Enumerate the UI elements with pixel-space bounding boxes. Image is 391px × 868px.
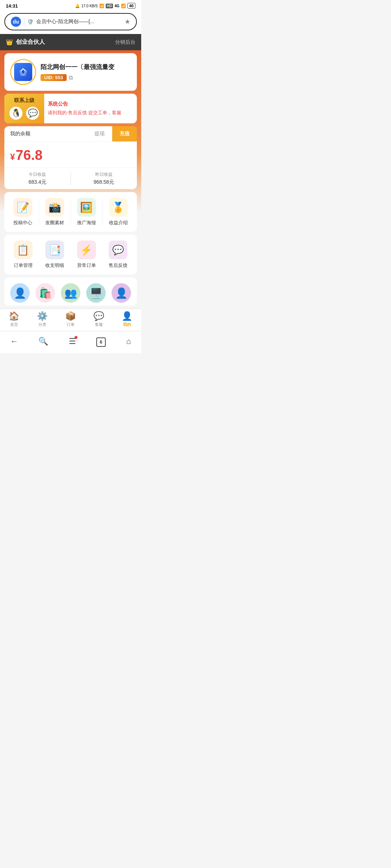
aftersale-icon: 💬: [112, 244, 124, 256]
tabs-button[interactable]: 6: [92, 335, 110, 348]
uid-tag: UID: 553: [41, 74, 67, 81]
partner-label: 创业合伙人: [16, 38, 45, 46]
qq-button[interactable]: 🐧: [9, 107, 22, 120]
uid-badge: UID: 553 ⧉: [41, 74, 73, 81]
browser-nav: ← 🔍 ☰ 6 ⌂: [0, 331, 141, 353]
recharge-button[interactable]: 充值: [112, 126, 137, 141]
aftersale-label: 售后反馈: [109, 262, 127, 269]
earnings-icon: 🏅: [112, 201, 125, 213]
header-title: 👑 创业合伙人: [6, 38, 45, 46]
abnormal-label: 异常订单: [77, 262, 96, 269]
balance-stats: 今日收益 683.4元 昨日收益 968.58元: [4, 167, 137, 189]
today-earnings: 今日收益 683.4元: [4, 171, 71, 186]
profile-card: 陌北网创一一〔最强流量变 UID: 553 ⧉: [4, 53, 137, 91]
profile-info: 陌北网创一一〔最强流量变 UID: 553 ⧉: [41, 63, 131, 81]
back-button[interactable]: ←: [6, 335, 22, 348]
bi-icon-3: 🖥️: [90, 287, 102, 299]
balance-header: 我的余额 提现 充值: [4, 126, 137, 142]
tool-item-earnings-intro[interactable]: 🏅 收益介绍: [102, 198, 134, 226]
yesterday-earnings: 昨日收益 968.58元: [71, 171, 137, 186]
balance-amount: ¥76.8: [4, 142, 137, 167]
nav-item-service[interactable]: 💬 客服: [85, 311, 113, 327]
contact-col: 联系上级 🐧 💬: [4, 94, 44, 123]
moments-icon: 📸: [49, 201, 61, 213]
nav-item-order[interactable]: 📦 订单: [56, 311, 85, 327]
yesterday-label: 昨日收益: [71, 171, 137, 178]
bottom-icon-4[interactable]: 👤: [112, 283, 131, 303]
finance-label: 收支明细: [45, 262, 64, 269]
contact-icons: 🐧 💬: [9, 107, 39, 120]
shield-icon: 🛡️: [27, 19, 33, 25]
favorite-icon[interactable]: ★: [125, 18, 130, 26]
battery: 40: [127, 3, 135, 9]
address-text[interactable]: 会员中心-陌北网创——[...: [36, 18, 122, 25]
orders-label: 订单管理: [14, 262, 33, 269]
balance-title: 我的余额: [4, 126, 87, 141]
bottom-icon-0[interactable]: 👤: [10, 283, 30, 303]
bottom-icon-2[interactable]: 👥: [61, 283, 80, 303]
tool-item-moments[interactable]: 📸 发圈素材: [39, 198, 71, 226]
service-nav-icon: 💬: [93, 311, 104, 321]
wechat-button[interactable]: 💬: [26, 107, 39, 120]
bottom-icon-1[interactable]: 🛍️: [35, 283, 55, 303]
divider: [24, 18, 24, 25]
tool-item-submit[interactable]: 📝 投稿中心: [7, 198, 39, 226]
notice-row: 联系上级 🐧 💬 系统公告 请到我的-售后反馈 提交工单，客服: [4, 94, 137, 123]
bi-circle-1: 🛍️: [35, 283, 55, 303]
menu-item-finance[interactable]: 📑 收支明细: [39, 241, 71, 269]
finance-icon-wrap: 📑: [45, 241, 64, 259]
header-card: 👑 创业合伙人 分销后台: [0, 34, 141, 50]
nav-item-mine[interactable]: 👤 我的: [113, 311, 141, 327]
bottom-icon-3[interactable]: 🖥️: [86, 283, 106, 303]
home-button[interactable]: ⌂: [122, 335, 135, 348]
profile-name: 陌北网创一一〔最强流量变: [41, 63, 131, 71]
bottom-icons-card: 👤 🛍️ 👥 🖥️ 👤: [4, 277, 137, 306]
withdraw-button[interactable]: 提现: [87, 126, 112, 141]
today-label: 今日收益: [4, 171, 71, 178]
poster-icon-wrap: 🖼️: [77, 198, 96, 217]
abnormal-icon-wrap: ⚡: [77, 241, 96, 259]
browser-address[interactable]: du 🛡️ 会员中心-陌北网创——[... ★: [4, 13, 137, 30]
bi-icon-1: 🛍️: [39, 287, 52, 299]
status-icons: 🔔 17.0 KB/S 📶 HD 4G 📶 40: [75, 3, 135, 9]
home-nav-label: 首页: [10, 322, 18, 327]
abnormal-icon: ⚡: [80, 244, 93, 256]
yesterday-value: 968.58元: [71, 179, 137, 186]
notice-title: 系统公告: [48, 101, 133, 107]
menu-item-aftersale[interactable]: 💬 售后反馈: [102, 241, 134, 269]
menu-item-orders[interactable]: 📋 订单管理: [7, 241, 39, 269]
notice-text: 请到我的-售后反馈 提交工单，客服: [48, 110, 133, 116]
balance-value: ¥76.8: [10, 148, 42, 163]
poster-icon: 🖼️: [80, 201, 93, 213]
nav-item-category[interactable]: ⚙️ 分类: [28, 311, 56, 327]
earnings-icon-wrap: 🏅: [109, 198, 128, 217]
poster-label: 推广海报: [77, 220, 96, 226]
hd-badge: HD: [106, 4, 113, 8]
copy-icon[interactable]: ⧉: [69, 75, 73, 81]
bottom-nav: 🏠 首页 ⚙️ 分类 📦 订单 💬 客服 👤 我的: [0, 309, 141, 331]
nav-item-home[interactable]: 🏠 首页: [0, 311, 28, 327]
submit-icon-wrap: 📝: [13, 198, 32, 217]
tool-grid: 📝 投稿中心 📸 发圈素材 🖼️ 推广海报 🏅 收益介绍: [4, 192, 137, 232]
network-speed: 17.0 KB/S: [81, 4, 98, 8]
search-button[interactable]: 🔍: [34, 335, 52, 348]
earnings-label: 收益介绍: [109, 220, 128, 226]
wifi-icon: 📶: [99, 4, 104, 8]
menu-button[interactable]: ☰: [64, 335, 80, 348]
crown-icon: 👑: [6, 39, 13, 46]
backend-link[interactable]: 分销后台: [115, 39, 135, 46]
network-type: 4G: [114, 4, 119, 8]
tool-item-poster[interactable]: 🖼️ 推广海报: [71, 198, 102, 226]
bi-circle-2: 👥: [61, 283, 80, 303]
orders-icon: 📋: [17, 244, 29, 256]
bi-circle-4: 👤: [112, 283, 131, 303]
tab-count: 6: [96, 337, 106, 347]
menu-item-abnormal[interactable]: ⚡ 异常订单: [71, 241, 102, 269]
signal-icon: 📶: [121, 4, 126, 8]
aftersale-icon-wrap: 💬: [109, 241, 127, 259]
mine-nav-icon: 👤: [122, 311, 133, 321]
submit-icon: 📝: [17, 201, 29, 213]
today-value: 683.4元: [4, 179, 71, 186]
status-bar: 14:31 🔔 17.0 KB/S 📶 HD 4G 📶 40: [0, 0, 141, 10]
order-nav-icon: 📦: [65, 311, 76, 321]
